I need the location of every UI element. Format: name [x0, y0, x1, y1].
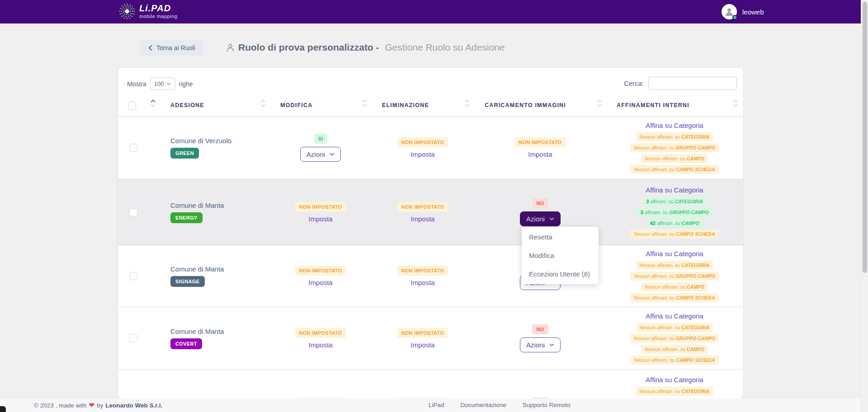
- corner-widget[interactable]: [0, 406, 6, 412]
- adesione-tag: SIGNAGE: [170, 276, 205, 287]
- search-label: Cerca:: [624, 80, 644, 87]
- page-subtitle: Gestione Ruolo su Adesione: [385, 42, 505, 53]
- caricamento-azioni-button[interactable]: Azioni: [520, 337, 561, 352]
- modifica-status-badge: NON IMPOSTATO: [295, 266, 346, 276]
- imposta-link[interactable]: Imposta: [528, 150, 552, 158]
- column-header-modifica[interactable]: MODIFICA: [280, 102, 312, 108]
- sort-asc-icon: [465, 99, 470, 103]
- row-checkbox[interactable]: [129, 208, 137, 216]
- column-header-adesione[interactable]: ADESIONE: [170, 102, 204, 108]
- sort-control-adesione[interactable]: [151, 99, 156, 107]
- modifica-azioni-button[interactable]: Azioni: [300, 147, 341, 162]
- imposta-link[interactable]: Imposta: [410, 279, 434, 286]
- row-checkbox[interactable]: [129, 334, 137, 342]
- back-button-label: Torna ai Ruoli: [156, 44, 195, 52]
- adesione-tag: GREEN: [170, 148, 199, 159]
- table-row: Comune di Verzuolo GREEN SI Azioni NON I…: [118, 117, 743, 179]
- modifica-status-badge: NON IMPOSTATO: [295, 202, 346, 212]
- app-logo[interactable]: Li.PAD mobile mapping: [118, 3, 178, 20]
- sort-control-caricamento[interactable]: [465, 99, 470, 107]
- sort-control-eliminazione[interactable]: [362, 99, 367, 107]
- footer-link-supporto-remoto[interactable]: Supporto Remoto: [523, 402, 571, 408]
- logo-subtitle: mobile mapping: [139, 14, 178, 19]
- imposta-link[interactable]: Imposta: [308, 279, 332, 286]
- chevron-down-icon: [549, 217, 554, 220]
- azioni-label: Azioni: [526, 215, 545, 223]
- company-name: Leonardo Web S.r.l.: [105, 402, 162, 409]
- copyright: © 2023 , made with ❤ by Leonardo Web S.r…: [34, 401, 162, 409]
- sort-asc-icon: [733, 99, 738, 103]
- search-control: Cerca:: [624, 77, 737, 90]
- logo-title: Li.PAD: [139, 4, 178, 13]
- scrollbar-track[interactable]: [861, 0, 868, 412]
- table-row: Comune di Manta COVERT NON IMPOSTATO Imp…: [118, 307, 743, 370]
- affinamento-badge: Nessun affinam. suCAMPO SCHEDA: [630, 165, 718, 174]
- footer-link-lipad[interactable]: LiPad: [429, 402, 444, 408]
- imposta-link[interactable]: Imposta: [410, 215, 434, 223]
- affina-categoria-link[interactable]: Affina su Categoria: [646, 312, 703, 320]
- affinamento-badge: Nessun affinam. suGRUPPO CAMPO: [630, 143, 719, 152]
- affinamento-badge: Nessun affinam. suCAMPO: [641, 154, 708, 163]
- affinamento-badge: Nessun affinam. suCAMPO SCHEDA: [630, 293, 718, 302]
- table-row: Comune di Manta SIGNAGE NON IMPOSTATO Im…: [118, 245, 743, 307]
- menu-item-modifica[interactable]: Modifica: [522, 246, 599, 265]
- copyright-text: © 2023 , made with: [34, 402, 87, 409]
- row-checkbox[interactable]: [129, 272, 137, 280]
- affinamento-badge: Nessun affinam. suCAMPO: [641, 345, 708, 354]
- online-status-dot: [732, 15, 737, 20]
- footer-link-documentazione[interactable]: Documentazione: [461, 402, 506, 408]
- affina-categoria-link[interactable]: Affina su Categoria: [646, 122, 703, 129]
- imposta-link[interactable]: Imposta: [410, 150, 434, 158]
- azioni-dropdown-menu: Resetta Modifica Eccezioni Utente (6): [522, 227, 599, 284]
- sort-asc-icon: [151, 99, 156, 103]
- sort-control-modifica[interactable]: [260, 99, 265, 107]
- sort-asc-icon: [260, 99, 265, 103]
- affinamento-badge: Nessun affinam. suCATEGORIA: [636, 261, 713, 270]
- modifica-status-badge: SI: [314, 134, 327, 144]
- sort-desc-icon: [733, 104, 738, 107]
- imposta-link[interactable]: Imposta: [308, 341, 332, 349]
- affina-categoria-link[interactable]: Affina su Categoria: [646, 250, 703, 258]
- back-to-roles-button[interactable]: Torna ai Ruoli: [140, 40, 203, 56]
- select-all-checkbox[interactable]: [128, 102, 136, 110]
- menu-item-resetta[interactable]: Resetta: [522, 228, 599, 246]
- role-person-icon: [226, 43, 235, 52]
- chevron-down-icon: [166, 82, 171, 85]
- eliminazione-status-badge: NON IMPOSTATO: [397, 137, 448, 147]
- sort-control-end[interactable]: [733, 99, 738, 107]
- show-label: Mostra: [127, 80, 146, 88]
- adesione-name: Comune di Manta: [170, 201, 224, 209]
- affinamento-badge: Nessun affinam. suCATEGORIA: [636, 323, 713, 332]
- caricamento-azioni-button-open[interactable]: Azioni: [520, 211, 561, 226]
- affinamento-badge: Nessun affinam. suGRUPPO CAMPO: [630, 272, 719, 281]
- sort-asc-icon: [362, 99, 367, 103]
- by-label: by: [97, 402, 103, 409]
- logo-burst-icon: [118, 3, 136, 20]
- imposta-link[interactable]: Imposta: [410, 341, 434, 349]
- affinamento-badge: Nessun affinam. suGRUPPO CAMPO: [630, 334, 719, 343]
- affinamento-badge: 42affinam. suCAMPO: [646, 219, 703, 228]
- sort-desc-icon: [260, 104, 265, 107]
- sort-desc-icon: [151, 104, 156, 107]
- footer: © 2023 , made with ❤ by Leonardo Web S.r…: [0, 398, 868, 412]
- affina-categoria-link[interactable]: Affina su Categoria: [646, 376, 703, 384]
- affina-categoria-link[interactable]: Affina su Categoria: [646, 186, 703, 194]
- user-menu[interactable]: leoweb: [722, 4, 764, 19]
- column-header-eliminazione[interactable]: ELIMINAZIONE: [382, 102, 429, 108]
- azioni-label: Azioni: [526, 341, 545, 349]
- column-header-affinamenti[interactable]: AFFINAMENTI INTERNI: [617, 102, 689, 108]
- caricamento-status-badge: NO: [532, 198, 548, 208]
- sort-control-affinamenti[interactable]: [597, 99, 602, 107]
- column-header-caricamento[interactable]: CARICAMENTO IMMAGINI: [485, 102, 566, 108]
- page-size-select[interactable]: 100: [150, 78, 175, 90]
- role-name: Ruolo di prova personalizzato -: [238, 42, 379, 53]
- caricamento-status-badge: NON IMPOSTATO: [515, 137, 566, 147]
- adesione-name: Comune di Manta: [170, 265, 224, 273]
- imposta-link[interactable]: Imposta: [308, 215, 332, 223]
- affinamento-badge: Nessun affinam. suCATEGORIA: [636, 132, 713, 141]
- row-checkbox[interactable]: [129, 144, 137, 152]
- search-input[interactable]: [648, 77, 737, 90]
- scrollbar-thumb[interactable]: [863, 2, 867, 273]
- rows-label: righe: [179, 80, 193, 88]
- menu-item-eccezioni-utente[interactable]: Eccezioni Utente (6): [522, 265, 599, 283]
